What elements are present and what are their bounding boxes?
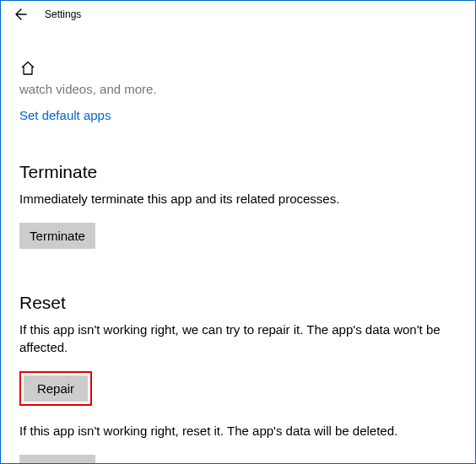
back-button[interactable] xyxy=(13,6,30,23)
repair-button[interactable]: Repair xyxy=(24,375,88,402)
repair-highlight: Repair xyxy=(19,371,92,406)
section-terminate: Terminate Immediately terminate this app… xyxy=(19,162,457,249)
reset-desc-reset: If this app isn't working right, reset i… xyxy=(19,423,457,440)
set-default-apps-link[interactable]: Set default apps xyxy=(19,108,111,122)
window-title: Settings xyxy=(45,8,81,20)
reset-desc-repair: If this app isn't working right, we can … xyxy=(19,321,457,356)
arrow-left-icon xyxy=(14,8,28,21)
titlebar: Settings xyxy=(1,1,475,28)
reset-heading: Reset xyxy=(19,293,457,313)
section-reset: Reset If this app isn't working right, w… xyxy=(19,293,457,464)
terminate-button[interactable]: Terminate xyxy=(19,223,95,249)
home-icon[interactable] xyxy=(19,60,457,77)
content-area: watch videos, and more. Set default apps… xyxy=(1,60,475,464)
terminate-desc: Immediately terminate this app and its r… xyxy=(19,191,457,208)
truncated-text: watch videos, and more. xyxy=(19,82,457,96)
terminate-heading: Terminate xyxy=(19,162,457,182)
reset-button[interactable]: Reset xyxy=(19,455,95,464)
